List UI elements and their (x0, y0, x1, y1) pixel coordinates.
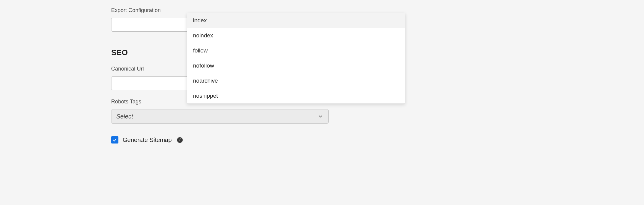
generate-sitemap-checkbox[interactable] (111, 136, 118, 144)
dropdown-option-noindex[interactable]: noindex (187, 28, 405, 43)
dropdown-option-index[interactable]: index (187, 13, 405, 28)
dropdown-option-nofollow[interactable]: nofollow (187, 58, 405, 73)
robots-tags-dropdown: index noindex follow nofollow noarchive … (187, 13, 405, 104)
dropdown-option-follow[interactable]: follow (187, 43, 405, 58)
robots-tags-select[interactable]: Select (111, 109, 329, 124)
robots-tags-placeholder: Select (116, 113, 133, 120)
dropdown-option-noarchive[interactable]: noarchive (187, 73, 405, 88)
info-icon[interactable]: i (177, 137, 183, 143)
generate-sitemap-label: Generate Sitemap (123, 137, 172, 144)
dropdown-option-nosnippet[interactable]: nosnippet (187, 88, 405, 103)
generate-sitemap-row: Generate Sitemap i (111, 136, 329, 144)
chevron-down-icon (317, 113, 324, 119)
